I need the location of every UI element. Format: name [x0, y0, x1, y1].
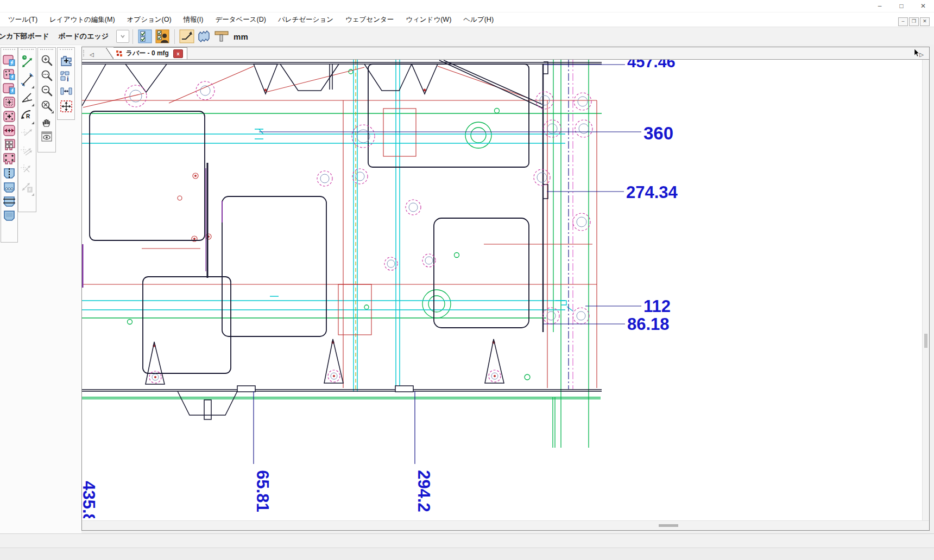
panel-shape-icon: [197, 29, 212, 43]
measure-radius-button[interactable]: R: [20, 107, 34, 124]
mdi-minimize-button[interactable]: –: [898, 17, 908, 26]
left-toolbox: R i: [0, 44, 81, 534]
panel-tooling-holes-icon: [3, 181, 16, 194]
drawing-canvas[interactable]: 457.46 360 274.34 112 86.18 65.81 294.2 …: [82, 60, 922, 518]
mdi-close-button[interactable]: ✕: [920, 17, 930, 26]
window-close-button[interactable]: ✕: [912, 1, 934, 12]
menu-window[interactable]: ウィンドウ(W): [400, 15, 457, 24]
board-array-button[interactable]: [2, 138, 16, 151]
board-name-label: ンカ下部ボード: [0, 31, 49, 41]
zoom-window-button[interactable]: [40, 68, 54, 83]
vertical-scrollbar[interactable]: [922, 60, 929, 520]
zoom-out-icon: [40, 85, 53, 98]
board-corner-holes-button[interactable]: [2, 152, 16, 166]
unit-label: mm: [234, 32, 248, 41]
move-object-button[interactable]: [20, 125, 34, 142]
board-tools-panel: [1, 47, 18, 243]
panel-grip[interactable]: [40, 49, 53, 52]
toolbar-separator: [132, 29, 133, 44]
menu-options[interactable]: オプション(O): [121, 15, 178, 24]
layer-combobox[interactable]: [116, 30, 129, 43]
panel-origin-button[interactable]: [59, 99, 73, 113]
menu-help[interactable]: ヘルプ(H): [457, 15, 500, 24]
window-minimize-button[interactable]: –: [869, 1, 891, 12]
title-bar: – □ ✕: [0, 0, 934, 12]
measure-tools-panel: R: [18, 47, 36, 212]
board-holes-flash-button[interactable]: [2, 67, 16, 81]
board-flash-copy-icon: [3, 54, 16, 67]
panel-info-button[interactable]: i: [59, 68, 73, 83]
board-select-dashed-icon: [3, 96, 16, 109]
tab-scroll-left-button[interactable]: ◁: [87, 52, 96, 59]
display-layers-user-button[interactable]: [155, 29, 170, 44]
measure-angle-button[interactable]: [20, 89, 34, 106]
zoom-out-button[interactable]: [40, 84, 54, 98]
guide-lines-red: [82, 66, 597, 388]
dimension-label-partial-left: 435.8: [82, 481, 98, 518]
menu-info[interactable]: 情報(I): [178, 15, 210, 24]
chevron-down-icon: [119, 33, 127, 40]
menu-palletization[interactable]: パレチゼーション: [272, 15, 339, 24]
horizontal-scrollbar[interactable]: [82, 520, 929, 530]
panel-add-icon: [60, 54, 73, 67]
menu-database[interactable]: データベース(D): [209, 15, 272, 24]
panel-origin-icon: [60, 100, 73, 113]
board-center-holes-button[interactable]: [2, 110, 16, 123]
mdi-restore-button[interactable]: ❐: [909, 17, 919, 26]
dimension-label-274: 274.34: [626, 183, 678, 202]
purple-accents: [83, 168, 222, 288]
panel-tooling-holes-button[interactable]: [2, 180, 16, 194]
move-flash-button[interactable]: [20, 179, 34, 196]
panel-add-button[interactable]: [59, 53, 73, 68]
board-array-icon: [3, 138, 16, 151]
maximize-icon: □: [899, 2, 903, 10]
panel-vscore-button[interactable]: [2, 166, 16, 180]
dimension-leaders: [254, 65, 641, 464]
zoom-in-button[interactable]: [40, 53, 54, 68]
panel-rails-button[interactable]: [2, 194, 16, 208]
horizontal-scrollbar-thumb[interactable]: [659, 524, 678, 527]
measure-point-distance-button[interactable]: [20, 71, 34, 88]
document-window: ◁ ラバー - 0 mfg x ▷: [81, 47, 930, 531]
board-flash-copy-button[interactable]: [2, 53, 16, 67]
move-copy-button[interactable]: [20, 143, 34, 160]
menu-webcenter[interactable]: ウェブセンター: [339, 15, 400, 24]
measure-distance-button[interactable]: [20, 53, 34, 71]
reverse-direction-button[interactable]: [179, 29, 194, 44]
menu-bar: ツール(T) レイアウトの編集(M) オプション(O) 情報(I) データベース…: [0, 12, 934, 27]
panel-view-button[interactable]: [197, 29, 212, 44]
tabbar-grip[interactable]: [83, 50, 86, 56]
tab-title: ラバー - 0 mfg: [126, 49, 169, 58]
panel-solid-button[interactable]: [2, 208, 16, 222]
window-maximize-button[interactable]: □: [891, 1, 912, 12]
toolbar-separator: [174, 29, 175, 44]
dimension-label-294: 294.2: [414, 470, 433, 512]
menu-tools[interactable]: ツール(T): [2, 15, 43, 24]
workspace: R i: [0, 44, 934, 533]
move-rotate-button[interactable]: [20, 161, 34, 178]
panel-solid-icon: [3, 209, 16, 222]
board-fit-arrows-button[interactable]: [2, 124, 16, 137]
board-select-dashed-button[interactable]: [2, 96, 16, 109]
panel-grip[interactable]: [3, 49, 15, 52]
layer-checklist-user-icon: [155, 29, 169, 43]
tab-rubber-mfg[interactable]: ラバー - 0 mfg x: [113, 47, 187, 59]
board-outline: [82, 60, 602, 419]
panel-grip[interactable]: [21, 49, 34, 52]
panel-grip[interactable]: [60, 49, 72, 52]
display-layers-button[interactable]: [137, 29, 153, 44]
zoom-tools-panel: [37, 47, 56, 152]
vertical-scrollbar-thumb[interactable]: [924, 334, 927, 348]
tab-close-button[interactable]: x: [173, 49, 183, 58]
pan-hand-button[interactable]: [40, 114, 54, 129]
view-layers-button[interactable]: [40, 129, 54, 144]
move-object-icon: [20, 126, 34, 141]
board-thickness-button[interactable]: [214, 29, 229, 44]
close-icon: ✕: [920, 2, 926, 10]
board-edge-flash-button[interactable]: [2, 81, 16, 95]
panel-spacing-button[interactable]: [59, 84, 73, 98]
zoom-fit-button[interactable]: [40, 99, 54, 113]
board-holes-flash-icon: [3, 68, 16, 81]
menu-layout-edit[interactable]: レイアウトの編集(M): [43, 15, 121, 24]
layer-checklist-icon: [138, 29, 152, 43]
